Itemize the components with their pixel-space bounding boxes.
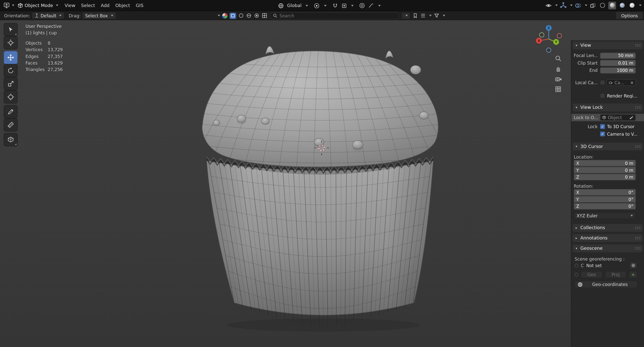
orientation-caret[interactable] [306, 5, 308, 7]
panel-grip[interactable] [635, 145, 641, 148]
panel-header-view[interactable]: ▾ View [572, 41, 643, 49]
proj-button[interactable]: Proj [605, 271, 626, 278]
proj-radio[interactable] [575, 273, 578, 276]
cupcake-cup[interactable] [207, 157, 434, 326]
focal-length-field[interactable]: 50 mm [600, 52, 636, 59]
menu-select[interactable]: Select [78, 1, 98, 10]
tool-annotate[interactable] [4, 106, 17, 118]
gizmos-toggle-icon[interactable] [560, 2, 567, 9]
crs-settings-button[interactable] [629, 262, 637, 269]
location-z-field[interactable]: Z0 m [574, 174, 636, 180]
panel-grip[interactable] [635, 247, 641, 250]
snap-target-icon[interactable] [341, 3, 347, 9]
visibility-caret[interactable] [555, 5, 558, 6]
menu-add[interactable]: Add [98, 1, 113, 10]
tool-rotate[interactable] [4, 65, 17, 77]
location-x-field[interactable]: X0 m [574, 160, 636, 166]
lock-object-field[interactable]: Object [600, 114, 636, 121]
snap-caret[interactable] [351, 5, 354, 7]
menu-view[interactable]: View [62, 1, 78, 10]
falloff-curve-icon[interactable] [368, 3, 374, 9]
clear-icon[interactable]: × [630, 80, 634, 85]
clip-end-field[interactable]: 1000 m [600, 67, 636, 73]
editor-type-icon[interactable] [3, 2, 10, 9]
proportional-edit-icon[interactable] [359, 3, 365, 9]
shading-material-button[interactable] [618, 2, 626, 9]
panel-header-collections[interactable]: ▸ Collections [572, 224, 643, 232]
panel-header-3d-cursor[interactable]: ▾ 3D Cursor [572, 142, 643, 150]
scene-lights-icon[interactable] [238, 13, 244, 19]
filter-icon[interactable] [434, 13, 440, 19]
object-visibility-icon[interactable] [545, 2, 552, 9]
search-input[interactable] [279, 13, 396, 18]
panel-grip[interactable] [635, 106, 641, 109]
shading-solid-button[interactable] [608, 2, 616, 9]
collapse-caret[interactable] [218, 15, 220, 17]
ortho-grid-icon[interactable] [555, 85, 562, 93]
panel-grip[interactable] [635, 44, 641, 47]
panel-grip[interactable] [635, 237, 641, 239]
to-3d-cursor-checkbox[interactable]: ✓ [600, 124, 605, 129]
tool-move[interactable] [4, 51, 17, 64]
tool-transform[interactable] [4, 91, 17, 103]
tool-scale[interactable] [4, 78, 17, 90]
tool-select-box[interactable] [4, 23, 17, 36]
pivot-point-icon[interactable] [313, 2, 320, 9]
axis-y-neg-handle[interactable] [540, 33, 544, 37]
axis-x-neg-handle[interactable] [557, 33, 562, 38]
filter-caret[interactable] [443, 15, 445, 17]
bookmark-icon[interactable] [412, 13, 418, 19]
rotation-x-field[interactable]: X0° [574, 189, 636, 195]
display-mode-icon[interactable] [420, 13, 426, 19]
mode-selector[interactable]: Object Mode [15, 1, 61, 10]
panel-header-annotations[interactable]: ▸ Annotations [572, 234, 643, 242]
render-region-checkbox[interactable] [600, 93, 605, 98]
search-box[interactable] [270, 12, 399, 19]
overlays-toggle-icon[interactable] [575, 2, 582, 9]
shading-rendered-button[interactable] [628, 2, 636, 9]
navigation-gizmo[interactable]: Z X Y [534, 24, 564, 55]
orientation-globe-icon[interactable] [278, 2, 284, 9]
overlays-caret[interactable] [585, 5, 587, 6]
falloff-caret[interactable] [378, 5, 381, 7]
transform-orientation[interactable]: Global [287, 3, 301, 8]
rotation-mode-dropdown[interactable]: XYZ Euler [574, 212, 636, 219]
panel-grip[interactable] [635, 226, 641, 229]
local-camera-field[interactable]: Ca... × [607, 79, 636, 86]
rotation-z-field[interactable]: Z0° [574, 203, 636, 210]
drag-dropdown[interactable]: Select Box [82, 12, 116, 19]
gizmos-caret[interactable] [570, 5, 573, 6]
viewport-display-toggle[interactable] [230, 13, 236, 19]
backdrop-icon[interactable] [254, 13, 260, 19]
shading-caret[interactable] [639, 5, 641, 6]
pan-hand-icon[interactable] [555, 65, 562, 72]
tool-measure[interactable] [4, 119, 17, 131]
orientation-dropdown[interactable]: Default [32, 12, 65, 19]
material-preview-icon[interactable] [222, 13, 228, 18]
snap-magnet-icon[interactable] [332, 2, 338, 9]
pivot-caret[interactable] [324, 5, 327, 7]
3d-scene[interactable] [0, 20, 644, 347]
compositing-icon[interactable] [262, 13, 267, 19]
tool-cursor[interactable] [4, 37, 17, 49]
geo-button[interactable]: Geo [581, 271, 602, 278]
tool-add-cube[interactable] [4, 133, 17, 146]
scene-world-icon[interactable] [246, 13, 252, 19]
panel-header-geoscene[interactable]: ▾ Geoscene [572, 244, 643, 252]
preset-dropdown[interactable] [401, 12, 410, 19]
menu-object[interactable]: Object [112, 1, 133, 10]
crs-radio[interactable] [575, 264, 578, 267]
clip-start-field[interactable]: 0.01 m [600, 60, 636, 66]
axis-z-neg-handle[interactable] [547, 48, 551, 53]
zoom-icon[interactable] [555, 55, 562, 62]
display-mode-caret[interactable] [429, 15, 432, 17]
shading-wireframe-button[interactable] [598, 2, 606, 9]
options-button[interactable]: Options [616, 12, 643, 19]
eyedropper-icon[interactable] [629, 115, 634, 120]
local-camera-checkbox[interactable] [600, 80, 605, 85]
camera-view-icon[interactable] [555, 75, 562, 82]
panel-header-view-lock[interactable]: ▾ View Lock [572, 104, 643, 111]
location-y-field[interactable]: Y0 m [574, 167, 636, 173]
3d-viewport[interactable]: User Perspective (1) lights | cup Object… [0, 20, 644, 347]
camera-to-view-checkbox[interactable]: ✓ [600, 131, 605, 136]
